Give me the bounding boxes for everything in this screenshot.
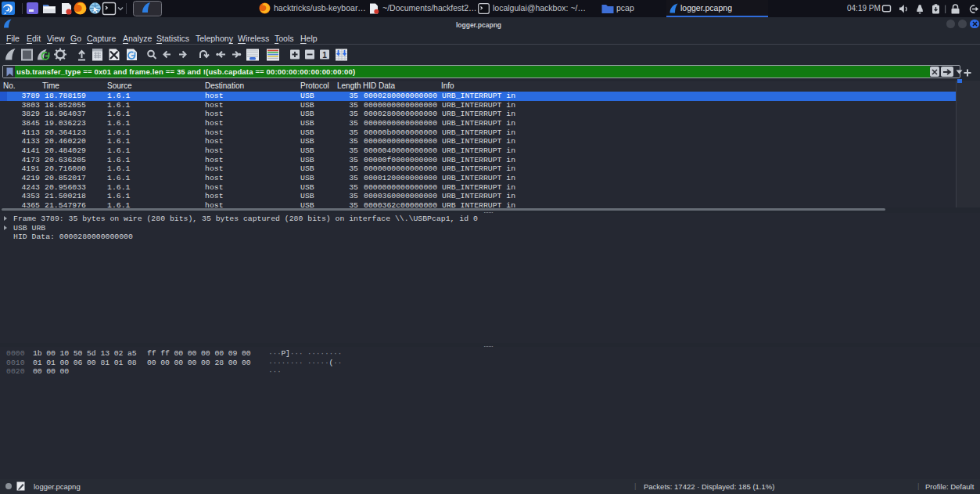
svg-text:1: 1 bbox=[322, 51, 327, 59]
